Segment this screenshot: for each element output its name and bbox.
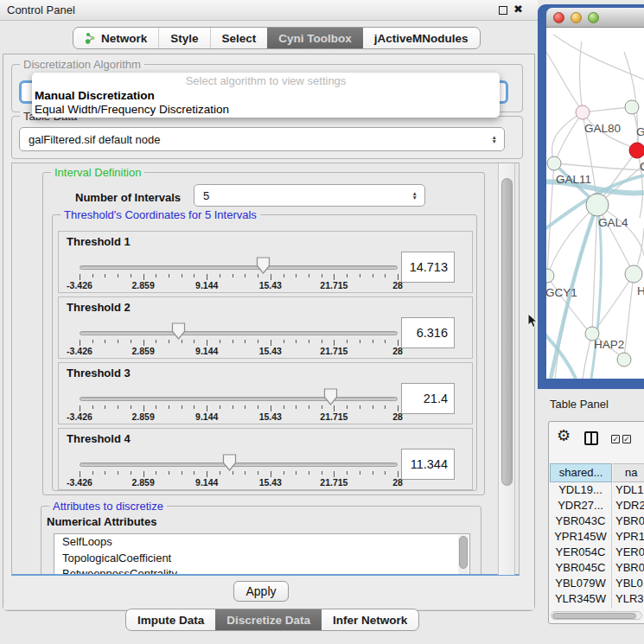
threshold-value-field[interactable]: 21.4 bbox=[401, 383, 455, 414]
table-row[interactable]: YPR145WYPR1 bbox=[550, 529, 644, 545]
table-row[interactable]: YBL079WYBL0 bbox=[550, 576, 644, 591]
numerical-attributes-list[interactable]: SelfLoopsTopologicalCoefficientBetweenne… bbox=[54, 533, 470, 576]
network-node-gal80[interactable] bbox=[576, 105, 590, 119]
tab-jactivemnodules[interactable]: jActiveMNodules bbox=[363, 28, 480, 48]
network-graph[interactable]: GAL80GACGAL11GAL4GCY1HHAP2 bbox=[546, 28, 644, 379]
network-edge[interactable] bbox=[592, 205, 597, 332]
slider-track[interactable] bbox=[80, 462, 398, 467]
gear-icon[interactable]: ⚙ bbox=[557, 427, 571, 444]
scrollbar-thumb[interactable] bbox=[459, 536, 468, 569]
tab-style[interactable]: Style bbox=[158, 28, 209, 48]
attribute-item-topologicalcoefficient[interactable]: TopologicalCoefficient bbox=[54, 551, 469, 567]
cell-shared-name[interactable]: YER054C bbox=[550, 545, 612, 560]
table-row[interactable]: YLR345WYLR3 bbox=[550, 591, 644, 607]
columns-icon[interactable] bbox=[584, 431, 598, 445]
checkbox-icon[interactable]: ✓ bbox=[622, 435, 631, 443]
table-horizontal-scrollbar[interactable] bbox=[551, 611, 642, 620]
cell-name[interactable]: YBR0 bbox=[612, 560, 644, 576]
slider-track[interactable] bbox=[80, 331, 398, 335]
tab-label: Style bbox=[170, 32, 198, 45]
network-node-c[interactable] bbox=[629, 143, 644, 158]
threshold-label: Threshold 1 bbox=[67, 235, 131, 248]
threshold-value-field[interactable]: 14.713 bbox=[401, 252, 455, 283]
network-node-gcy1[interactable] bbox=[546, 269, 554, 283]
tab-impute-data[interactable]: Impute Data bbox=[126, 609, 215, 630]
threshold-panel-2: Threshold 2-3.4262.8599.14415.4321.71528… bbox=[58, 296, 473, 359]
tab-select[interactable]: Select bbox=[210, 28, 268, 48]
network-edge[interactable] bbox=[555, 112, 583, 163]
threshold-value-field[interactable]: 11.344 bbox=[401, 449, 455, 480]
threshold-value-field[interactable]: 6.316 bbox=[401, 317, 455, 348]
network-node-h[interactable] bbox=[625, 265, 642, 283]
close-traffic-light-icon[interactable] bbox=[553, 12, 564, 23]
table-row[interactable]: YBR043CYBR0 bbox=[550, 513, 644, 529]
table-data-combobox[interactable]: galFiltered.sif default node ▲▼ bbox=[19, 127, 505, 151]
network-edge[interactable] bbox=[555, 163, 644, 170]
cell-shared-name[interactable]: YLR345W bbox=[550, 591, 612, 607]
tab-cyni-toolbox[interactable]: Cyni Toolbox bbox=[267, 28, 363, 48]
cell-name[interactable]: YBL0 bbox=[612, 576, 644, 591]
tick-label: 2.859 bbox=[131, 411, 154, 422]
cell-shared-name[interactable]: YIL053C bbox=[550, 607, 612, 609]
slider-track[interactable] bbox=[80, 265, 398, 270]
cell-name[interactable]: YIL0 bbox=[612, 607, 644, 609]
network-edge[interactable] bbox=[546, 52, 581, 109]
network-edge[interactable] bbox=[549, 205, 597, 271]
attribute-item-selfloops[interactable]: SelfLoops bbox=[54, 534, 469, 551]
slider-thumb[interactable] bbox=[171, 322, 186, 340]
slider-thumb[interactable] bbox=[256, 257, 271, 274]
apply-button[interactable]: Apply bbox=[233, 581, 289, 602]
cell-shared-name[interactable]: YBR045C bbox=[550, 560, 612, 576]
checkbox-icon[interactable]: ✓ bbox=[611, 435, 620, 443]
cell-shared-name[interactable]: YBL079W bbox=[550, 576, 612, 591]
table-row[interactable]: YDR27...YDR2 bbox=[550, 498, 644, 513]
tab-discretize-data[interactable]: Discretize Data bbox=[215, 609, 322, 630]
cell-shared-name[interactable]: YDL19... bbox=[550, 482, 612, 498]
cell-name[interactable]: YDR2 bbox=[612, 498, 644, 513]
number-of-intervals-combobox[interactable]: 5 ▲▼ bbox=[194, 184, 425, 207]
attributes-scrollbar[interactable] bbox=[458, 535, 469, 576]
tick-label: 15.43 bbox=[259, 280, 282, 290]
network-node-label: GAL11 bbox=[556, 173, 591, 186]
stepper-icon[interactable]: ▲▼ bbox=[412, 185, 418, 206]
cell-name[interactable]: YPR1 bbox=[612, 529, 644, 545]
stepper-icon[interactable]: ▲▼ bbox=[492, 128, 497, 150]
cell-shared-name[interactable]: YDR27... bbox=[550, 498, 612, 513]
table-row[interactable]: YIL053CYIL0 bbox=[550, 607, 644, 609]
dropdown-item-equal-width-frequency-discretization[interactable]: Equal Width/Frequency Discretization bbox=[32, 103, 500, 117]
table-panel-title: Table Panel bbox=[550, 398, 609, 411]
table-row[interactable]: YBR045CYBR0 bbox=[550, 560, 644, 576]
network-node-gal11[interactable] bbox=[547, 156, 561, 170]
network-window-titlebar[interactable] bbox=[546, 8, 644, 28]
network-node-label: H bbox=[637, 284, 644, 297]
float-window-icon[interactable] bbox=[499, 6, 507, 15]
minimize-traffic-light-icon[interactable] bbox=[571, 12, 582, 23]
cell-name[interactable]: YBR0 bbox=[612, 513, 644, 529]
table-row[interactable]: YDL19...YDL1 bbox=[550, 482, 644, 498]
slider-thumb[interactable] bbox=[323, 388, 338, 405]
slider-thumb[interactable] bbox=[222, 454, 237, 471]
cell-name[interactable]: YLR3 bbox=[612, 591, 644, 607]
slider-track[interactable] bbox=[80, 397, 398, 401]
close-icon[interactable]: ✖ bbox=[513, 3, 523, 16]
tab-network[interactable]: Network bbox=[73, 28, 158, 48]
network-node-ga[interactable] bbox=[625, 100, 639, 114]
attribute-item-betweennesscentrality[interactable]: BetweennessCentrality bbox=[54, 566, 469, 576]
dropdown-placeholder[interactable]: Select algorithm to view settings bbox=[32, 74, 500, 89]
column-header-name[interactable]: na bbox=[613, 463, 644, 482]
dropdown-item-manual-discretization[interactable]: Manual Discretization bbox=[32, 89, 500, 103]
form-scrollbar-thumb[interactable] bbox=[501, 178, 513, 486]
cell-name[interactable]: YDL1 bbox=[612, 482, 644, 498]
table-row[interactable]: YER054CYER0 bbox=[550, 545, 644, 560]
network-node[interactable] bbox=[617, 353, 631, 367]
cell-shared-name[interactable]: YPR145W bbox=[550, 529, 612, 545]
form-scrollbar[interactable] bbox=[498, 163, 515, 575]
cell-shared-name[interactable]: YBR043C bbox=[550, 513, 612, 529]
slider-ticks bbox=[80, 340, 398, 347]
column-header-shared-name[interactable]: shared... bbox=[550, 463, 612, 482]
table-scrollbar-thumb[interactable] bbox=[552, 613, 636, 619]
zoom-traffic-light-icon[interactable] bbox=[588, 12, 599, 23]
cell-name[interactable]: YER0 bbox=[612, 545, 644, 560]
tab-infer-network[interactable]: Infer Network bbox=[322, 609, 418, 630]
network-node-gal4[interactable] bbox=[586, 194, 609, 216]
